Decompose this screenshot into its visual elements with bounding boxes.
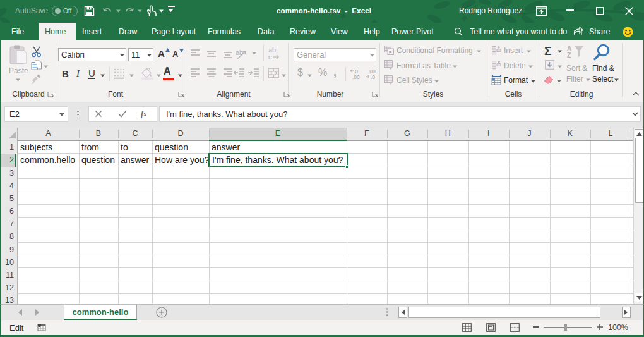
svg-text:Z: Z bbox=[567, 52, 571, 59]
svg-text:≠: ≠ bbox=[389, 49, 392, 55]
svg-text:.00: .00 bbox=[352, 74, 360, 80]
svg-text:A: A bbox=[567, 45, 571, 52]
svg-text:.0: .0 bbox=[371, 74, 375, 80]
svg-text:ab: ab bbox=[236, 49, 243, 56]
svg-text:c: c bbox=[268, 53, 272, 61]
